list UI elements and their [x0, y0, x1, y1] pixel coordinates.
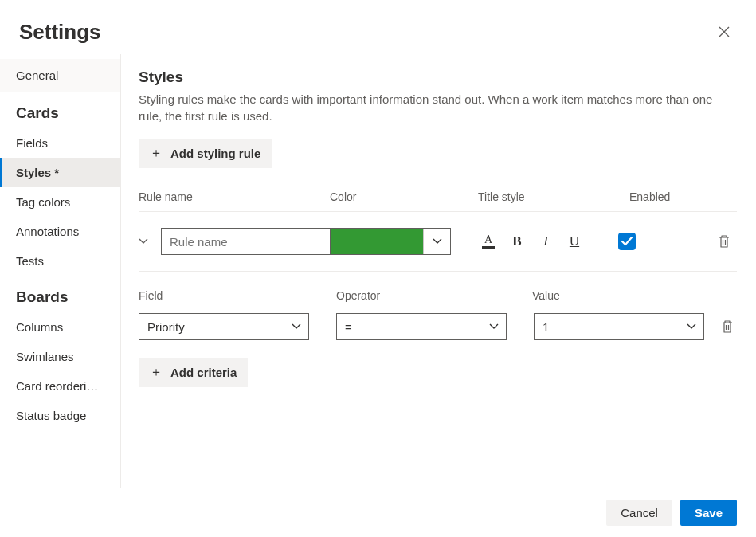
font-color-icon: A	[482, 234, 495, 249]
enabled-checkbox[interactable]	[618, 233, 636, 250]
trash-icon	[721, 319, 734, 334]
sidebar-item[interactable]: Status badge	[0, 401, 120, 430]
delete-criteria-button[interactable]	[720, 317, 734, 336]
add-criteria-button[interactable]: ＋ Add criteria	[139, 358, 248, 387]
color-dropdown-button[interactable]	[423, 229, 450, 254]
operator-select[interactable]: =	[309, 313, 507, 340]
expand-toggle[interactable]	[139, 238, 161, 245]
rule-row: A B I U	[139, 211, 737, 272]
save-button[interactable]: Save	[680, 500, 737, 526]
col-header-operator: Operator	[336, 289, 532, 302]
add-criteria-label: Add criteria	[170, 366, 237, 379]
plus-icon: ＋	[150, 364, 163, 381]
col-header-rulename: Rule name	[139, 190, 330, 203]
dialog-body: General Cards FieldsStyles *Tag colorsAn…	[0, 54, 756, 488]
field-select[interactable]: Priority	[139, 313, 309, 340]
sidebar-item[interactable]: Styles *	[0, 158, 120, 187]
sidebar-item[interactable]: Card reorderi…	[0, 371, 120, 401]
plus-icon: ＋	[150, 145, 163, 162]
sidebar-item[interactable]: Tag colors	[0, 187, 120, 217]
field-select-value: Priority	[147, 320, 185, 334]
operator-select-value: =	[345, 320, 352, 334]
sidebar-item[interactable]: Annotations	[0, 217, 120, 246]
sidebar-item[interactable]: Swimlanes	[0, 342, 120, 371]
sidebar-item-general[interactable]: General	[0, 59, 120, 92]
color-swatch	[331, 229, 423, 254]
delete-rule-button[interactable]	[715, 232, 734, 251]
font-color-button[interactable]: A	[480, 231, 497, 252]
section-description: Styling rules make the cards with import…	[139, 91, 737, 124]
sidebar-group-cards: Cards	[0, 92, 120, 128]
cancel-button[interactable]: Cancel	[606, 500, 672, 526]
value-select[interactable]: 1	[507, 313, 704, 340]
dialog-footer: Cancel Save	[587, 488, 756, 537]
value-select-value: 1	[543, 320, 549, 334]
enabled-column	[618, 232, 737, 251]
col-header-enabled: Enabled	[629, 190, 737, 203]
rule-column-headers: Rule name Color Title style Enabled	[139, 190, 737, 203]
trash-icon	[718, 234, 731, 249]
close-icon	[719, 26, 730, 37]
sidebar-item[interactable]: Columns	[0, 312, 120, 342]
sidebar-item[interactable]: Fields	[0, 128, 120, 158]
content-area: Styles Styling rules make the cards with…	[121, 54, 756, 488]
chevron-down-icon	[433, 238, 442, 245]
col-header-value: Value	[532, 289, 737, 302]
sidebar-item[interactable]: Tests	[0, 246, 120, 276]
dialog-header: Settings	[0, 0, 756, 54]
chevron-down-icon	[139, 238, 148, 245]
dialog-title: Settings	[19, 20, 101, 45]
section-title: Styles	[139, 69, 737, 86]
title-style-buttons: A B I U	[480, 231, 590, 252]
sidebar-group-boards: Boards	[0, 276, 120, 312]
rule-name-input[interactable]	[161, 228, 331, 255]
bold-button[interactable]: B	[508, 231, 526, 252]
color-picker[interactable]	[330, 228, 451, 255]
italic-button[interactable]: I	[537, 231, 554, 252]
check-icon	[621, 237, 633, 246]
underline-button[interactable]: U	[566, 231, 583, 252]
col-header-field: Field	[139, 289, 336, 302]
col-header-color: Color	[330, 190, 478, 203]
criteria-column-headers: Field Operator Value	[139, 289, 737, 302]
add-styling-rule-label: Add styling rule	[170, 147, 260, 160]
col-header-titlestyle: Title style	[478, 190, 629, 203]
close-button[interactable]	[711, 19, 737, 45]
criteria-row: Priority = 1	[139, 313, 737, 340]
sidebar: General Cards FieldsStyles *Tag colorsAn…	[0, 54, 121, 488]
add-styling-rule-button[interactable]: ＋ Add styling rule	[139, 139, 272, 168]
